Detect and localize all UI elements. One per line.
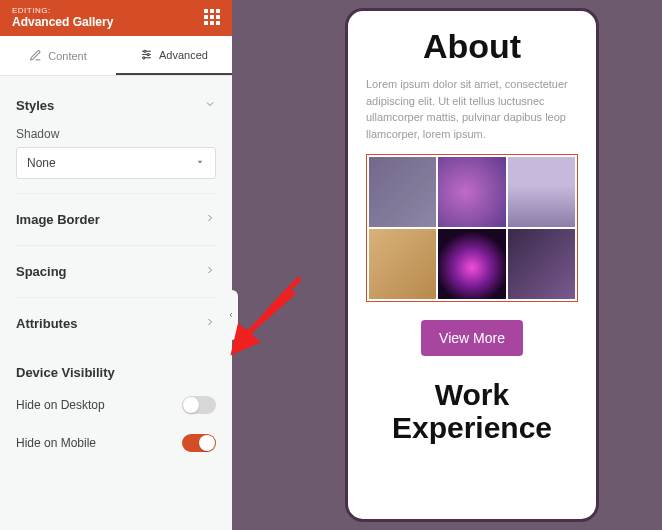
svg-point-4 <box>147 53 149 55</box>
tab-content-label: Content <box>48 50 87 62</box>
chevron-down-icon <box>204 98 216 113</box>
panel: Styles Shadow None Image Border Spacing <box>0 76 232 530</box>
about-heading: About <box>366 27 578 66</box>
toggle-hide-mobile-row: Hide on Mobile <box>16 424 216 462</box>
tabs: Content Advanced <box>0 36 232 76</box>
tab-content[interactable]: Content <box>0 36 116 75</box>
editor-header: EDITING: Advanced Gallery <box>0 0 232 36</box>
shadow-value: None <box>27 156 56 170</box>
collapse-sidebar-button[interactable] <box>224 290 238 340</box>
mobile-preview-frame: About Lorem ipsum dolor sit amet, consec… <box>345 8 599 522</box>
section-device-visibility[interactable]: Device Visibility <box>16 349 216 386</box>
gallery-image[interactable] <box>508 229 575 299</box>
caret-down-icon <box>195 156 205 170</box>
row-attributes[interactable]: Attributes <box>16 297 216 349</box>
row-image-border[interactable]: Image Border <box>16 193 216 245</box>
gallery-image[interactable] <box>438 157 505 227</box>
pencil-icon <box>29 49 42 62</box>
toggle-hide-desktop[interactable] <box>182 396 216 414</box>
row-spacing[interactable]: Spacing <box>16 245 216 297</box>
svg-marker-6 <box>198 161 203 164</box>
editing-label: EDITING: <box>12 6 113 15</box>
editor-sidebar: EDITING: Advanced Gallery Content Advanc… <box>0 0 232 530</box>
gallery-block[interactable] <box>366 154 578 302</box>
spacing-label: Spacing <box>16 264 67 279</box>
gallery-image[interactable] <box>369 229 436 299</box>
section-styles[interactable]: Styles <box>16 76 216 119</box>
tab-advanced[interactable]: Advanced <box>116 36 232 75</box>
gallery-image[interactable] <box>438 229 505 299</box>
chevron-right-icon <box>204 316 216 331</box>
chevron-right-icon <box>204 212 216 227</box>
svg-point-3 <box>144 50 146 52</box>
hide-mobile-label: Hide on Mobile <box>16 436 96 450</box>
tab-advanced-label: Advanced <box>159 49 208 61</box>
about-paragraph: Lorem ipsum dolor sit amet, consectetuer… <box>366 76 578 142</box>
styles-label: Styles <box>16 98 54 113</box>
shadow-label: Shadow <box>16 127 216 141</box>
device-visibility-label: Device Visibility <box>16 365 115 380</box>
block-title: Advanced Gallery <box>12 15 113 29</box>
image-border-label: Image Border <box>16 212 100 227</box>
hide-desktop-label: Hide on Desktop <box>16 398 105 412</box>
preview-scroll[interactable]: About Lorem ipsum dolor sit amet, consec… <box>348 11 596 519</box>
shadow-select[interactable]: None <box>16 147 216 179</box>
chevron-left-icon <box>227 310 235 320</box>
gallery-image[interactable] <box>369 157 436 227</box>
attributes-label: Attributes <box>16 316 77 331</box>
work-heading: Work Experience <box>366 378 578 444</box>
view-more-button[interactable]: View More <box>421 320 523 356</box>
sliders-icon <box>140 48 153 61</box>
chevron-right-icon <box>204 264 216 279</box>
apps-icon[interactable] <box>204 9 220 25</box>
svg-point-5 <box>143 57 145 59</box>
toggle-hide-desktop-row: Hide on Desktop <box>16 386 216 424</box>
gallery-image[interactable] <box>508 157 575 227</box>
toggle-hide-mobile[interactable] <box>182 434 216 452</box>
